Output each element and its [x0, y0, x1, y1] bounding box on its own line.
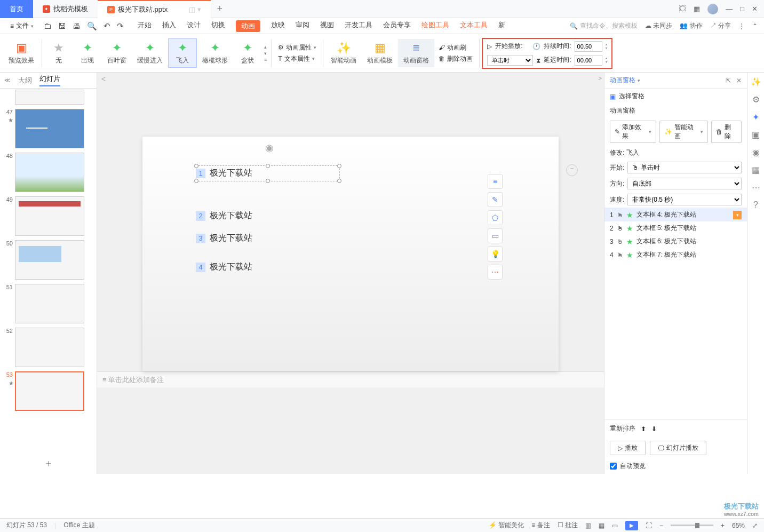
- duration-input[interactable]: [575, 41, 602, 52]
- rotate-handle[interactable]: ◉: [265, 142, 274, 154]
- file-menu[interactable]: ≡ 文件 ▾: [6, 20, 37, 32]
- tool-more[interactable]: ⋯: [488, 265, 503, 280]
- anim-scroll-down[interactable]: ▾: [264, 51, 267, 56]
- start-select[interactable]: 单击时: [487, 55, 533, 66]
- thumb-51[interactable]: [15, 284, 84, 323]
- preview-effect[interactable]: ▣预览效果: [3, 39, 39, 67]
- comments-btn[interactable]: ☐ 批注: [558, 521, 578, 530]
- anim-pane-btn[interactable]: ≡动画窗格: [398, 39, 434, 67]
- preview-icon[interactable]: 🔍: [87, 21, 97, 31]
- save-icon[interactable]: 🖫: [58, 21, 66, 31]
- anim-box[interactable]: ✦盒状: [233, 39, 262, 67]
- reorder-up[interactable]: ⬆: [641, 425, 646, 433]
- canvas-expand[interactable]: >: [598, 75, 602, 82]
- slideshow-play[interactable]: ▶: [625, 521, 638, 530]
- menu-new[interactable]: 新: [498, 20, 505, 32]
- view-sorter[interactable]: ▦: [599, 522, 604, 529]
- anim-slowenter[interactable]: ✦缓慢进入: [132, 39, 168, 67]
- collab-button[interactable]: 👥 协作: [680, 21, 702, 30]
- side-tool-3[interactable]: ✦: [752, 112, 759, 122]
- view-reading[interactable]: ▭: [612, 522, 618, 529]
- anim-list-item-3[interactable]: 3 🖱 ★ 文本框 6: 极光下载站: [604, 235, 747, 248]
- menu-animation[interactable]: 动画: [236, 20, 260, 32]
- open-icon[interactable]: 🗀: [44, 21, 52, 31]
- side-tool-4[interactable]: ▣: [752, 130, 760, 140]
- side-tool-1[interactable]: ✨: [751, 77, 761, 87]
- menu-member[interactable]: 会员专享: [383, 20, 411, 32]
- close-sel-icon[interactable]: −: [566, 164, 578, 176]
- anim-list-item-1[interactable]: 1 🖱 ★ 文本框 4: 极光下载站▾: [604, 208, 747, 221]
- side-tool-8[interactable]: ?: [753, 200, 758, 210]
- tab-document[interactable]: P极光下载站.pptx◫ ▾: [98, 0, 211, 18]
- tool-shape[interactable]: ⬠: [488, 210, 503, 225]
- maximize-button[interactable]: □: [740, 5, 744, 13]
- thumb-47[interactable]: ★: [15, 109, 84, 148]
- thumb-48[interactable]: [15, 153, 84, 192]
- anim-appear[interactable]: ✦出现: [73, 39, 102, 67]
- fit-btn[interactable]: ⛶: [646, 522, 652, 529]
- anim-list-item-4[interactable]: 4 🖱 ★ 文本框 7: 极光下载站: [604, 248, 747, 261]
- pane-start-select[interactable]: 🖱 单击时: [627, 162, 742, 173]
- tab-slides[interactable]: 幻灯片: [39, 74, 60, 86]
- side-tool-5[interactable]: ◉: [752, 147, 760, 157]
- menu-slideshow[interactable]: 放映: [271, 20, 285, 32]
- close-button[interactable]: ✕: [752, 5, 758, 13]
- view-normal[interactable]: ▥: [585, 522, 591, 529]
- tool-pen[interactable]: ✎: [488, 192, 503, 207]
- sync-button[interactable]: ☁ 未同步: [645, 21, 672, 30]
- anim-brush[interactable]: 🖌 动画刷: [439, 43, 473, 52]
- print-icon[interactable]: 🖶: [73, 21, 81, 31]
- anim-flyin[interactable]: ✦飞入: [168, 38, 197, 68]
- anim-item-menu[interactable]: ▾: [733, 211, 742, 219]
- menu-text[interactable]: 文本工具: [460, 20, 488, 32]
- anim-none[interactable]: ★无: [44, 39, 73, 67]
- minimize-button[interactable]: —: [726, 5, 733, 13]
- menu-dev[interactable]: 开发工具: [345, 20, 372, 32]
- reorder-down[interactable]: ⬇: [651, 425, 657, 433]
- thumb-53[interactable]: ★: [15, 371, 84, 411]
- share-button[interactable]: ↗ 分享: [710, 21, 731, 30]
- menu-transition[interactable]: 切换: [211, 20, 225, 32]
- tool-frame[interactable]: ▭: [488, 228, 503, 243]
- anim-scroll-up[interactable]: ▴: [264, 44, 267, 50]
- redo-icon[interactable]: ↷: [117, 21, 124, 31]
- slide-text-3[interactable]: 3极光下载站: [196, 233, 252, 244]
- pane-close[interactable]: ✕: [736, 77, 742, 84]
- slide-text-1[interactable]: 1极光下载站: [196, 168, 252, 179]
- notes-input[interactable]: 单击此处添加备注: [108, 375, 164, 385]
- menu-insert[interactable]: 插入: [162, 20, 176, 32]
- menu-design[interactable]: 设计: [187, 20, 201, 32]
- delete-btn[interactable]: 🗑 删除: [711, 121, 742, 143]
- notes-btn[interactable]: ≡ 备注: [531, 521, 550, 530]
- pane-speed-select[interactable]: 非常快(0.5 秒): [627, 194, 742, 205]
- auto-preview-chk[interactable]: [610, 463, 617, 470]
- add-effect-btn[interactable]: ✎ 添加效果 ▾: [610, 121, 656, 143]
- slide-text-2[interactable]: 2极光下载站: [196, 210, 252, 221]
- anim-blinds[interactable]: ✦百叶窗: [102, 39, 132, 67]
- delay-spinner[interactable]: ▴▾: [606, 57, 607, 64]
- add-slide-button[interactable]: ＋: [0, 452, 97, 474]
- slide-text-4[interactable]: 4极光下载站: [196, 261, 252, 273]
- zoom-slider[interactable]: [671, 525, 713, 526]
- select-pane-btn[interactable]: ▣ 选择窗格: [604, 89, 747, 104]
- tool-layers[interactable]: ≡: [488, 174, 503, 189]
- pane-dir-select[interactable]: 自底部: [627, 178, 742, 189]
- zoom-out[interactable]: −: [659, 522, 663, 529]
- tab-home[interactable]: 首页: [0, 0, 33, 18]
- menu-review[interactable]: 审阅: [296, 20, 309, 32]
- thumb-collapse[interactable]: ≪: [4, 77, 11, 84]
- menu-draw[interactable]: 绘图工具: [421, 20, 449, 32]
- delay-input[interactable]: [575, 55, 602, 66]
- side-tool-7[interactable]: ⋯: [752, 182, 760, 193]
- side-tool-6[interactable]: ▦: [752, 165, 760, 175]
- pane-pin[interactable]: ⇱: [726, 77, 731, 84]
- slideshow-btn[interactable]: 🖵 幻灯片播放: [650, 441, 706, 455]
- anim-football[interactable]: ✦橄榄球形: [197, 39, 233, 67]
- tool-idea[interactable]: 💡: [488, 247, 503, 261]
- delete-anim[interactable]: 🗑 删除动画: [439, 54, 473, 63]
- tab-templates[interactable]: ✦找稻壳模板: [33, 0, 98, 18]
- anim-more[interactable]: ≡: [264, 57, 267, 62]
- duration-spinner[interactable]: ▴▾: [606, 43, 607, 50]
- beautify-btn[interactable]: ⚡ 智能美化: [489, 521, 524, 530]
- undo-icon[interactable]: ↶: [104, 21, 110, 31]
